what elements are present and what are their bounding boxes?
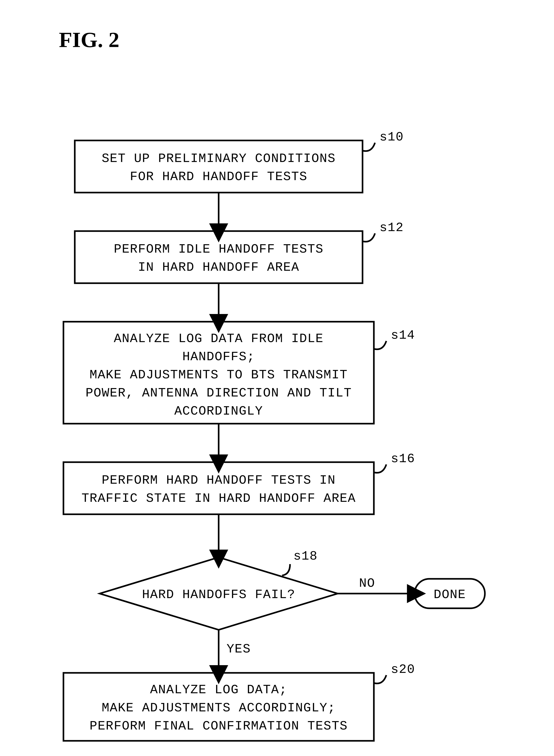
node-done: DONE <box>414 579 485 608</box>
done-line1: DONE <box>434 587 466 602</box>
s14-tick <box>374 341 386 349</box>
s14-line3: MAKE ADJUSTMENTS TO BTS TRANSMIT <box>90 368 347 382</box>
s12-line1: PERFORM IDLE HANDOFF TESTS <box>114 242 324 256</box>
s12-line2: IN HARD HANDOFF AREA <box>138 260 299 275</box>
s18-tick <box>282 564 290 575</box>
s18-line1: HARD HANDOFFS FAIL? <box>142 587 295 602</box>
s10-label: s10 <box>380 130 404 144</box>
s20-tick <box>374 675 386 684</box>
s10-line2: FOR HARD HANDOFF TESTS <box>130 169 307 184</box>
edge-label-no: NO <box>359 576 375 591</box>
s16-line2: TRAFFIC STATE IN HARD HANDOFF AREA <box>81 491 356 506</box>
node-s20: ANALYZE LOG DATA; MAKE ADJUSTMENTS ACCOR… <box>63 662 415 741</box>
s10-line1: SET UP PRELIMINARY CONDITIONS <box>102 151 336 166</box>
node-s16: PERFORM HARD HANDOFF TESTS IN TRAFFIC ST… <box>63 452 415 514</box>
s16-label: s16 <box>391 452 415 466</box>
s14-line4: POWER, ANTENNA DIRECTION AND TILT <box>86 386 352 400</box>
s14-line1: ANALYZE LOG DATA FROM IDLE <box>114 332 324 346</box>
s12-label: s12 <box>380 221 404 235</box>
flowchart-svg: SET UP PRELIMINARY CONDITIONS FOR HARD H… <box>0 0 554 756</box>
s14-label: s14 <box>391 328 415 343</box>
s12-tick <box>363 233 375 242</box>
edge-label-yes: YES <box>227 642 251 656</box>
s20-label: s20 <box>391 662 415 677</box>
node-s12: PERFORM IDLE HANDOFF TESTS IN HARD HANDO… <box>75 221 404 283</box>
node-s10: SET UP PRELIMINARY CONDITIONS FOR HARD H… <box>75 130 404 192</box>
s16-tick <box>374 464 386 473</box>
s14-line5: ACCORDINGLY <box>174 404 263 418</box>
s14-line2: HANDOFFS; <box>182 350 255 364</box>
page: FIG. 2 SET UP PRELIMINARY CONDITIONS FOR… <box>0 0 554 756</box>
node-s18: HARD HANDOFFS FAIL? s18 <box>100 549 338 630</box>
s20-line1: ANALYZE LOG DATA; <box>150 683 287 697</box>
svg-rect-1 <box>75 140 363 192</box>
s16-line1: PERFORM HARD HANDOFF TESTS IN <box>102 473 336 487</box>
node-s14: ANALYZE LOG DATA FROM IDLE HANDOFFS; MAK… <box>63 322 415 424</box>
s20-line2: MAKE ADJUSTMENTS ACCORDINGLY; <box>102 701 336 715</box>
svg-rect-4 <box>63 462 374 514</box>
s10-tick <box>363 143 375 151</box>
svg-rect-2 <box>75 231 363 283</box>
s20-line3: PERFORM FINAL CONFIRMATION TESTS <box>90 719 347 733</box>
s18-label: s18 <box>293 549 318 564</box>
